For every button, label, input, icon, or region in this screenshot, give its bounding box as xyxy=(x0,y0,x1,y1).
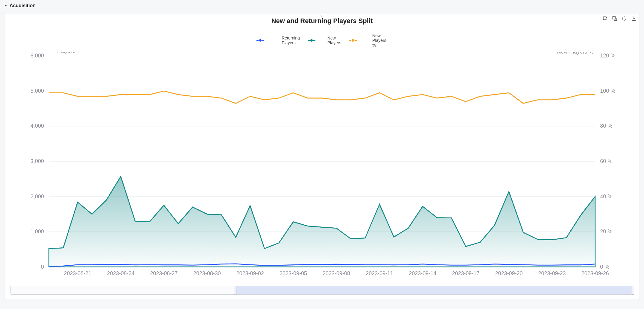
section-header[interactable]: ﹀ Acquisition xyxy=(0,0,644,11)
chart-panel: ﹀ New and Returning Players Split Return… xyxy=(4,13,640,299)
svg-text:0 %: 0 % xyxy=(600,264,609,270)
copy-view-icon[interactable] xyxy=(611,15,618,22)
svg-text:80 %: 80 % xyxy=(600,123,612,129)
svg-text:0: 0 xyxy=(41,264,44,270)
legend-item[interactable]: New Players % xyxy=(349,33,388,48)
svg-text:2023-09-05: 2023-09-05 xyxy=(280,270,307,276)
svg-text:2023-08-27: 2023-08-27 xyxy=(150,270,178,276)
svg-point-8 xyxy=(351,39,354,42)
legend-item[interactable]: New Players xyxy=(308,36,341,45)
svg-text:2023-09-23: 2023-09-23 xyxy=(538,270,566,276)
svg-text:2023-09-26: 2023-09-26 xyxy=(581,270,609,276)
svg-text:2,000: 2,000 xyxy=(31,194,44,200)
chevron-down-icon: ﹀ xyxy=(4,3,8,8)
svg-text:2023-09-08: 2023-09-08 xyxy=(323,270,350,276)
svg-text:60 %: 60 % xyxy=(600,158,612,164)
svg-text:2023-09-14: 2023-09-14 xyxy=(409,270,436,276)
select-view-icon[interactable] xyxy=(602,15,608,22)
svg-text:1,000: 1,000 xyxy=(31,229,44,235)
svg-text:2023-08-24: 2023-08-24 xyxy=(107,270,135,276)
svg-text:20 %: 20 % xyxy=(600,229,612,235)
chart-area[interactable]: 01,0002,0003,0004,0005,0006,0000 %20 %40… xyxy=(7,52,637,283)
time-brush[interactable] xyxy=(10,286,634,295)
download-icon[interactable] xyxy=(631,15,637,22)
svg-point-6 xyxy=(310,39,313,42)
svg-text:120 %: 120 % xyxy=(600,53,615,59)
section-title: Acquisition xyxy=(10,3,36,8)
legend-label: Returning Players xyxy=(282,36,300,45)
svg-rect-0 xyxy=(603,17,606,20)
svg-text:2023-08-30: 2023-08-30 xyxy=(193,270,221,276)
brush-handle-right[interactable] xyxy=(632,286,634,295)
legend-label: New Players % xyxy=(372,33,388,48)
refresh-icon[interactable] xyxy=(621,15,628,22)
svg-text:4,000: 4,000 xyxy=(31,123,44,129)
svg-text:5,000: 5,000 xyxy=(31,88,44,94)
series-new-players-pct xyxy=(49,91,595,103)
svg-text:New Players %: New Players % xyxy=(557,52,593,55)
chart-title: New and Returning Players Split xyxy=(7,17,637,25)
svg-text:6,000: 6,000 xyxy=(31,53,44,59)
svg-text:2023-08-21: 2023-08-21 xyxy=(64,270,91,276)
svg-text:40 %: 40 % xyxy=(600,194,612,200)
svg-text:100 %: 100 % xyxy=(600,88,615,94)
svg-text:2023-09-11: 2023-09-11 xyxy=(366,270,393,276)
legend-label: New Players xyxy=(327,36,341,45)
legend-item[interactable]: Returning Players xyxy=(256,36,300,45)
svg-point-4 xyxy=(259,39,262,42)
svg-text:Players: Players xyxy=(57,52,75,54)
brush-handle-left[interactable] xyxy=(234,286,236,295)
series-new-players xyxy=(49,176,595,267)
svg-text:2023-09-20: 2023-09-20 xyxy=(495,270,523,276)
chart-legend: Returning PlayersNew PlayersNew Players … xyxy=(7,33,637,48)
brush-selection[interactable] xyxy=(235,286,633,294)
svg-text:3,000: 3,000 xyxy=(31,158,44,164)
svg-text:2023-09-02: 2023-09-02 xyxy=(236,270,264,276)
panel-toolbar xyxy=(602,15,637,22)
svg-text:2023-09-17: 2023-09-17 xyxy=(452,270,479,276)
